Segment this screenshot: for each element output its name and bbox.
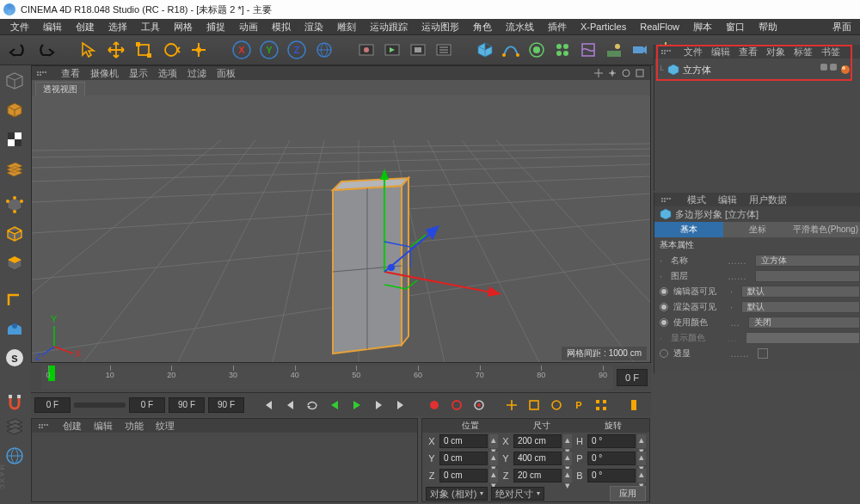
viewport[interactable]: 查看摄像机显示选项过滤面板 透视视图 [31,65,651,363]
viewport-menu-item[interactable]: 过滤 [187,68,206,78]
objmgr-menu-item[interactable]: 查看 [739,46,758,57]
viewport-menu-item[interactable]: 查看 [61,68,80,78]
last-tool[interactable] [186,37,212,63]
menu-item[interactable]: 创建 [69,21,101,34]
material-menu-item[interactable]: 创建 [63,421,82,431]
texture-mode[interactable] [1,126,28,153]
spinner[interactable]: ▴▾ [489,452,498,465]
spinner[interactable]: ▴▾ [563,469,572,482]
range-out[interactable]: 90 F [169,397,205,413]
undo-button[interactable] [5,39,31,61]
vp-nav-icon[interactable] [621,68,631,78]
editor-vis-dropdown[interactable]: 默认 [741,286,860,298]
key-pos[interactable] [502,396,521,415]
render-settings[interactable] [406,38,430,62]
add-cube[interactable] [473,38,497,62]
radio-icon[interactable] [660,287,668,296]
edges-mode[interactable] [1,220,28,248]
display-color-swatch[interactable] [746,332,860,344]
menu-item[interactable]: 流水线 [499,21,541,34]
timeline-scale[interactable]: 0102030405060708090 [41,366,613,390]
menu-item[interactable]: 网格 [167,21,200,34]
y-axis-lock[interactable]: Y [256,37,282,63]
viewport-menu-item[interactable]: 选项 [158,68,177,78]
content-browser[interactable] [1,413,28,440]
viewport-menu-item[interactable]: 面板 [217,68,236,78]
attrs-menu-item[interactable]: 用户数据 [749,194,787,205]
viewport-canvas[interactable]: Y X Z [32,95,650,362]
object-manager[interactable]: 文件编辑查看对象标签书签 └ 立方体 [654,45,860,191]
menu-item[interactable]: 窗口 [719,21,752,34]
attribute-manager[interactable]: 模式编辑用户数据 多边形对象 [立方体] 基本 坐标 平滑着色(Phong) 基… [654,193,860,373]
object-tags[interactable] [820,64,851,76]
key-scale[interactable] [525,396,544,415]
snap-toggle[interactable]: S [1,344,28,372]
menu-item[interactable]: 插件 [541,21,574,34]
live-select-tool[interactable] [76,37,101,63]
menu-item[interactable]: 运动跟踪 [363,21,415,34]
range-end[interactable]: 90 F [208,397,244,413]
render-queue[interactable] [432,38,456,62]
radio-icon[interactable] [660,303,668,311]
use-color-dropdown[interactable]: 关闭 [748,317,860,329]
world-toggle[interactable] [311,37,337,63]
timeline[interactable]: 0102030405060708090 0 F [31,365,651,390]
menu-item[interactable]: 文件 [3,21,36,34]
prev-key[interactable] [280,396,299,415]
material-menu-item[interactable]: 编辑 [94,421,113,431]
viewport-menu-item[interactable]: 显示 [129,68,148,78]
vis-tag-icon[interactable] [820,64,827,71]
layer-field[interactable] [755,270,860,282]
render-vis-dropdown[interactable]: 默认 [741,301,860,313]
menu-item[interactable]: 脚本 [686,21,719,34]
menu-item[interactable]: 运动图形 [415,21,466,34]
loop[interactable] [303,396,322,415]
tab-basic[interactable]: 基本 [654,222,723,237]
menu-item[interactable]: 模拟 [265,21,298,34]
workplane-mode[interactable] [1,155,28,182]
menu-item[interactable]: X-Particles [574,22,633,32]
coord-mode-dropdown[interactable]: 对象 (相对)▾ [426,487,488,501]
spinner[interactable]: ▴▾ [637,434,646,448]
key-grid[interactable] [592,396,611,415]
viewport-solo[interactable] [1,315,28,342]
objmgr-menu-item[interactable]: 文件 [684,46,703,57]
polygons-mode[interactable] [1,249,28,277]
axis-mode[interactable] [1,286,28,313]
scale-tool[interactable] [131,37,157,63]
vp-nav-icon[interactable] [635,68,645,78]
spinner[interactable]: ▴▾ [489,469,498,482]
spinner[interactable]: ▴▾ [637,469,646,482]
timeline-zoom[interactable] [74,403,126,408]
render-view[interactable] [354,38,378,62]
play-back[interactable] [325,396,344,415]
xray-checkbox[interactable] [758,348,768,359]
tab-phong[interactable]: 平滑着色(Phong) [791,222,860,237]
points-mode[interactable] [1,191,28,218]
add-deformer[interactable] [576,38,600,62]
key-rot[interactable] [547,396,566,415]
phong-tag-icon[interactable] [839,64,851,76]
add-generator[interactable] [525,38,549,62]
material-menu-item[interactable]: 纹理 [156,421,175,431]
next-key[interactable] [370,396,389,415]
menu-item[interactable]: 工具 [134,21,167,34]
vp-nav-icon[interactable] [593,68,604,78]
x-axis-lock[interactable]: X [229,37,255,63]
menu-item[interactable]: RealFlow [633,22,686,32]
menu-item[interactable]: 动画 [232,21,265,34]
play-forward[interactable] [347,396,366,415]
range-start[interactable]: 0 F [34,397,71,413]
key-marker[interactable] [624,396,643,415]
radio-icon[interactable] [660,349,668,358]
record[interactable] [425,396,444,415]
add-array[interactable] [550,38,574,62]
attrs-menu-item[interactable]: 模式 [687,194,706,205]
attrs-menu-item[interactable]: 编辑 [718,194,737,205]
viewport-menu-item[interactable]: 摄像机 [90,68,119,78]
range-in[interactable]: 0 F [129,397,165,413]
vp-nav-icon[interactable] [607,68,617,78]
objmgr-menu-item[interactable]: 对象 [766,46,785,57]
rot-field[interactable]: 0 ° [587,469,636,482]
add-camera[interactable] [628,38,652,62]
